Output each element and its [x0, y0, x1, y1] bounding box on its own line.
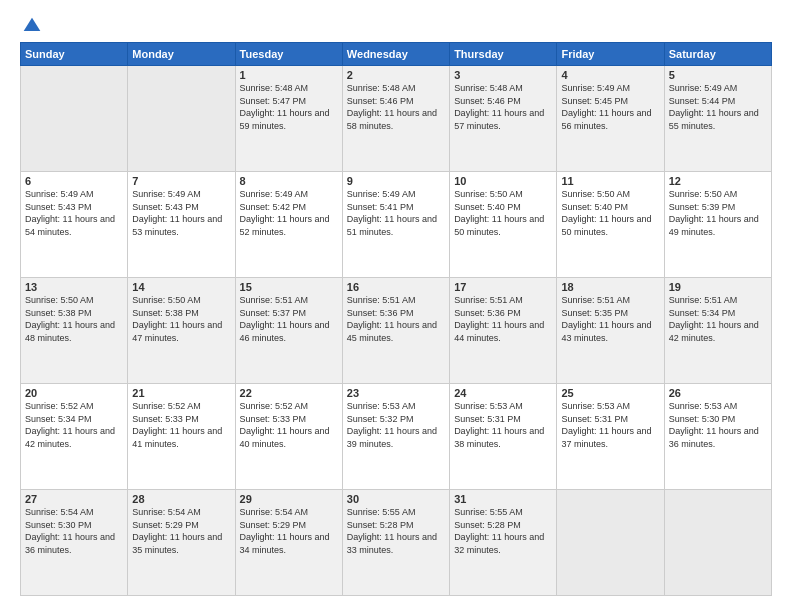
- calendar-day-cell: 28Sunrise: 5:54 AMSunset: 5:29 PMDayligh…: [128, 490, 235, 596]
- page: SundayMondayTuesdayWednesdayThursdayFrid…: [0, 0, 792, 612]
- calendar-day-cell: 11Sunrise: 5:50 AMSunset: 5:40 PMDayligh…: [557, 172, 664, 278]
- calendar-day-cell: 25Sunrise: 5:53 AMSunset: 5:31 PMDayligh…: [557, 384, 664, 490]
- day-number: 11: [561, 175, 659, 187]
- logo: [20, 16, 42, 32]
- calendar-day-cell: 2Sunrise: 5:48 AMSunset: 5:46 PMDaylight…: [342, 66, 449, 172]
- calendar-day-cell: 8Sunrise: 5:49 AMSunset: 5:42 PMDaylight…: [235, 172, 342, 278]
- calendar-day-cell: 10Sunrise: 5:50 AMSunset: 5:40 PMDayligh…: [450, 172, 557, 278]
- calendar-day-cell: 6Sunrise: 5:49 AMSunset: 5:43 PMDaylight…: [21, 172, 128, 278]
- calendar-day-cell: 21Sunrise: 5:52 AMSunset: 5:33 PMDayligh…: [128, 384, 235, 490]
- calendar-day-cell: 4Sunrise: 5:49 AMSunset: 5:45 PMDaylight…: [557, 66, 664, 172]
- calendar-header-row: SundayMondayTuesdayWednesdayThursdayFrid…: [21, 43, 772, 66]
- calendar-day-cell: 20Sunrise: 5:52 AMSunset: 5:34 PMDayligh…: [21, 384, 128, 490]
- day-info: Sunrise: 5:49 AMSunset: 5:45 PMDaylight:…: [561, 82, 659, 132]
- calendar-day-cell: 13Sunrise: 5:50 AMSunset: 5:38 PMDayligh…: [21, 278, 128, 384]
- day-info: Sunrise: 5:52 AMSunset: 5:33 PMDaylight:…: [132, 400, 230, 450]
- day-info: Sunrise: 5:54 AMSunset: 5:29 PMDaylight:…: [240, 506, 338, 556]
- day-number: 22: [240, 387, 338, 399]
- day-number: 9: [347, 175, 445, 187]
- calendar-day-cell: 16Sunrise: 5:51 AMSunset: 5:36 PMDayligh…: [342, 278, 449, 384]
- calendar-day-cell: 18Sunrise: 5:51 AMSunset: 5:35 PMDayligh…: [557, 278, 664, 384]
- calendar-week-row: 27Sunrise: 5:54 AMSunset: 5:30 PMDayligh…: [21, 490, 772, 596]
- header: [20, 16, 772, 32]
- day-info: Sunrise: 5:50 AMSunset: 5:39 PMDaylight:…: [669, 188, 767, 238]
- day-info: Sunrise: 5:55 AMSunset: 5:28 PMDaylight:…: [454, 506, 552, 556]
- day-number: 18: [561, 281, 659, 293]
- day-info: Sunrise: 5:53 AMSunset: 5:31 PMDaylight:…: [561, 400, 659, 450]
- day-info: Sunrise: 5:49 AMSunset: 5:43 PMDaylight:…: [25, 188, 123, 238]
- day-number: 4: [561, 69, 659, 81]
- day-number: 13: [25, 281, 123, 293]
- calendar-day-cell: 12Sunrise: 5:50 AMSunset: 5:39 PMDayligh…: [664, 172, 771, 278]
- day-number: 29: [240, 493, 338, 505]
- calendar-header-tuesday: Tuesday: [235, 43, 342, 66]
- calendar-day-cell: [664, 490, 771, 596]
- day-info: Sunrise: 5:55 AMSunset: 5:28 PMDaylight:…: [347, 506, 445, 556]
- svg-marker-0: [24, 18, 41, 31]
- day-number: 31: [454, 493, 552, 505]
- calendar-week-row: 1Sunrise: 5:48 AMSunset: 5:47 PMDaylight…: [21, 66, 772, 172]
- day-number: 26: [669, 387, 767, 399]
- calendar-header-monday: Monday: [128, 43, 235, 66]
- day-number: 20: [25, 387, 123, 399]
- calendar-day-cell: 23Sunrise: 5:53 AMSunset: 5:32 PMDayligh…: [342, 384, 449, 490]
- calendar-day-cell: 17Sunrise: 5:51 AMSunset: 5:36 PMDayligh…: [450, 278, 557, 384]
- calendar-day-cell: 24Sunrise: 5:53 AMSunset: 5:31 PMDayligh…: [450, 384, 557, 490]
- day-number: 27: [25, 493, 123, 505]
- day-info: Sunrise: 5:51 AMSunset: 5:36 PMDaylight:…: [454, 294, 552, 344]
- day-info: Sunrise: 5:48 AMSunset: 5:46 PMDaylight:…: [347, 82, 445, 132]
- calendar-header-thursday: Thursday: [450, 43, 557, 66]
- day-number: 19: [669, 281, 767, 293]
- calendar-week-row: 6Sunrise: 5:49 AMSunset: 5:43 PMDaylight…: [21, 172, 772, 278]
- calendar-day-cell: 14Sunrise: 5:50 AMSunset: 5:38 PMDayligh…: [128, 278, 235, 384]
- day-number: 21: [132, 387, 230, 399]
- day-info: Sunrise: 5:53 AMSunset: 5:31 PMDaylight:…: [454, 400, 552, 450]
- day-info: Sunrise: 5:53 AMSunset: 5:32 PMDaylight:…: [347, 400, 445, 450]
- calendar-day-cell: 27Sunrise: 5:54 AMSunset: 5:30 PMDayligh…: [21, 490, 128, 596]
- day-info: Sunrise: 5:48 AMSunset: 5:47 PMDaylight:…: [240, 82, 338, 132]
- day-number: 23: [347, 387, 445, 399]
- logo-icon: [22, 16, 42, 36]
- day-info: Sunrise: 5:54 AMSunset: 5:30 PMDaylight:…: [25, 506, 123, 556]
- calendar-day-cell: 19Sunrise: 5:51 AMSunset: 5:34 PMDayligh…: [664, 278, 771, 384]
- calendar-day-cell: 30Sunrise: 5:55 AMSunset: 5:28 PMDayligh…: [342, 490, 449, 596]
- day-number: 5: [669, 69, 767, 81]
- day-number: 14: [132, 281, 230, 293]
- day-number: 15: [240, 281, 338, 293]
- calendar-day-cell: 26Sunrise: 5:53 AMSunset: 5:30 PMDayligh…: [664, 384, 771, 490]
- calendar-day-cell: 15Sunrise: 5:51 AMSunset: 5:37 PMDayligh…: [235, 278, 342, 384]
- calendar-day-cell: [557, 490, 664, 596]
- calendar-day-cell: [128, 66, 235, 172]
- calendar-header-wednesday: Wednesday: [342, 43, 449, 66]
- day-info: Sunrise: 5:49 AMSunset: 5:41 PMDaylight:…: [347, 188, 445, 238]
- day-info: Sunrise: 5:50 AMSunset: 5:40 PMDaylight:…: [454, 188, 552, 238]
- calendar-day-cell: 7Sunrise: 5:49 AMSunset: 5:43 PMDaylight…: [128, 172, 235, 278]
- day-info: Sunrise: 5:48 AMSunset: 5:46 PMDaylight:…: [454, 82, 552, 132]
- day-number: 3: [454, 69, 552, 81]
- calendar-header-friday: Friday: [557, 43, 664, 66]
- day-info: Sunrise: 5:49 AMSunset: 5:44 PMDaylight:…: [669, 82, 767, 132]
- day-number: 17: [454, 281, 552, 293]
- day-number: 25: [561, 387, 659, 399]
- day-number: 10: [454, 175, 552, 187]
- calendar-day-cell: 5Sunrise: 5:49 AMSunset: 5:44 PMDaylight…: [664, 66, 771, 172]
- calendar-week-row: 20Sunrise: 5:52 AMSunset: 5:34 PMDayligh…: [21, 384, 772, 490]
- day-info: Sunrise: 5:52 AMSunset: 5:33 PMDaylight:…: [240, 400, 338, 450]
- day-info: Sunrise: 5:51 AMSunset: 5:34 PMDaylight:…: [669, 294, 767, 344]
- day-info: Sunrise: 5:50 AMSunset: 5:38 PMDaylight:…: [132, 294, 230, 344]
- day-info: Sunrise: 5:52 AMSunset: 5:34 PMDaylight:…: [25, 400, 123, 450]
- calendar-header-sunday: Sunday: [21, 43, 128, 66]
- calendar-day-cell: 1Sunrise: 5:48 AMSunset: 5:47 PMDaylight…: [235, 66, 342, 172]
- calendar-day-cell: [21, 66, 128, 172]
- day-info: Sunrise: 5:49 AMSunset: 5:43 PMDaylight:…: [132, 188, 230, 238]
- calendar-header-saturday: Saturday: [664, 43, 771, 66]
- calendar-day-cell: 29Sunrise: 5:54 AMSunset: 5:29 PMDayligh…: [235, 490, 342, 596]
- calendar-day-cell: 22Sunrise: 5:52 AMSunset: 5:33 PMDayligh…: [235, 384, 342, 490]
- day-number: 8: [240, 175, 338, 187]
- calendar-day-cell: 9Sunrise: 5:49 AMSunset: 5:41 PMDaylight…: [342, 172, 449, 278]
- day-info: Sunrise: 5:51 AMSunset: 5:37 PMDaylight:…: [240, 294, 338, 344]
- day-number: 28: [132, 493, 230, 505]
- day-info: Sunrise: 5:50 AMSunset: 5:40 PMDaylight:…: [561, 188, 659, 238]
- day-number: 2: [347, 69, 445, 81]
- day-info: Sunrise: 5:53 AMSunset: 5:30 PMDaylight:…: [669, 400, 767, 450]
